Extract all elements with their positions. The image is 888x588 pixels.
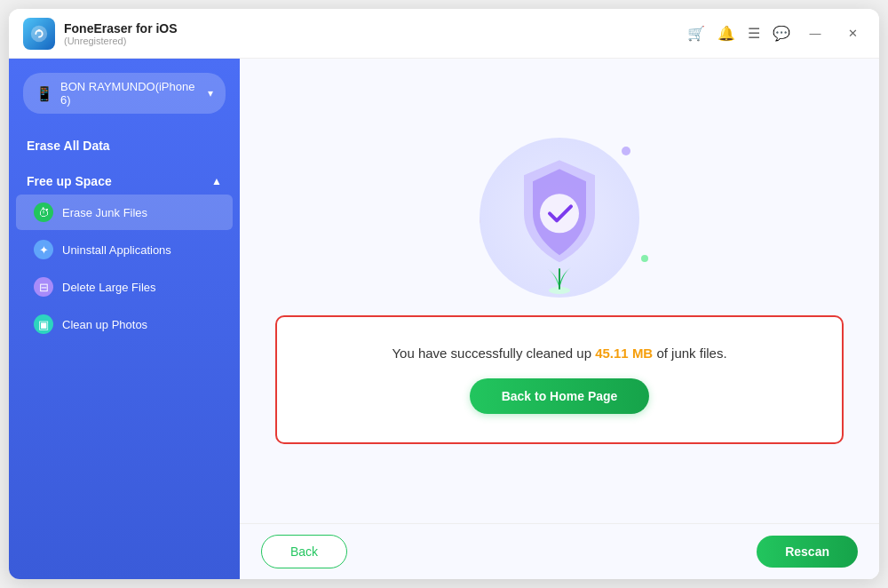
- titlebar-actions: 🛒 🔔 ☰ 💬 — ✕: [687, 21, 865, 46]
- collapse-icon[interactable]: ▲: [211, 175, 222, 187]
- minimize-button[interactable]: —: [803, 21, 828, 46]
- chevron-down-icon: ▾: [208, 87, 213, 99]
- app-icon: [23, 18, 55, 50]
- app-title-block: FoneEraser for iOS (Unregistered): [64, 21, 687, 46]
- bottom-bar: Back Rescan: [240, 523, 879, 579]
- device-name: BON RAYMUNDO(iPhone 6): [60, 80, 201, 107]
- sidebar-item-erase-junk-files[interactable]: ⏱ Erase Junk Files: [16, 195, 233, 230]
- main-window: FoneEraser for iOS (Unregistered) 🛒 🔔 ☰ …: [9, 9, 879, 579]
- cart-icon[interactable]: 🛒: [687, 25, 705, 42]
- result-amount: 45.11 MB: [595, 346, 653, 361]
- back-button[interactable]: Back: [261, 535, 347, 568]
- clean-photos-icon: ▣: [34, 314, 53, 334]
- svg-point-2: [540, 194, 579, 233]
- chat-icon[interactable]: 💬: [773, 25, 790, 42]
- bell-icon[interactable]: 🔔: [718, 25, 735, 42]
- device-selector[interactable]: 📱 BON RAYMUNDO(iPhone 6) ▾: [23, 73, 226, 114]
- svg-point-1: [38, 28, 41, 31]
- sidebar-item-label-uninstall: Uninstall Applications: [62, 243, 171, 257]
- app-title: FoneEraser for iOS: [64, 21, 687, 36]
- result-box: You have successfully cleaned up 45.11 M…: [275, 315, 844, 444]
- sidebar-item-label-clean-photos: Clean up Photos: [62, 318, 147, 331]
- phone-icon: 📱: [36, 85, 53, 102]
- sidebar-item-label-erase-junk: Erase Junk Files: [62, 206, 147, 219]
- sidebar-item-uninstall-apps[interactable]: ✦ Uninstall Applications: [16, 232, 233, 267]
- svg-point-0: [31, 25, 47, 41]
- titlebar: FoneEraser for iOS (Unregistered) 🛒 🔔 ☰ …: [9, 9, 879, 59]
- result-text-prefix: You have successfully cleaned up: [392, 346, 595, 361]
- rescan-button[interactable]: Rescan: [757, 536, 858, 568]
- sidebar-group-title-label: Free up Space: [27, 174, 112, 188]
- illustration: [462, 129, 657, 306]
- content-top: You have successfully cleaned up 45.11 M…: [240, 59, 879, 523]
- dot-2: [622, 147, 630, 155]
- plant-illustration: [537, 253, 582, 298]
- close-button[interactable]: ✕: [840, 21, 865, 46]
- app-subtitle: (Unregistered): [64, 36, 687, 46]
- menu-icon[interactable]: ☰: [748, 25, 760, 42]
- sidebar-group-free-up-space: Free up Space ▲: [9, 162, 240, 194]
- result-text-suffix: of junk files.: [653, 346, 726, 361]
- delete-large-icon: ⊟: [34, 277, 53, 297]
- sidebar-item-label-delete-large: Delete Large Files: [62, 281, 156, 294]
- sidebar-section-erase-all: Erase All Data: [9, 121, 240, 162]
- result-message: You have successfully cleaned up 45.11 M…: [392, 346, 726, 361]
- erase-junk-icon: ⏱: [34, 203, 53, 222]
- sidebar: 📱 BON RAYMUNDO(iPhone 6) ▾ Erase All Dat…: [9, 59, 240, 579]
- content-area: You have successfully cleaned up 45.11 M…: [240, 59, 879, 579]
- sidebar-item-clean-photos[interactable]: ▣ Clean up Photos: [16, 306, 233, 342]
- back-to-home-button[interactable]: Back to Home Page: [470, 378, 650, 414]
- dot-4: [641, 255, 648, 262]
- main-layout: 📱 BON RAYMUNDO(iPhone 6) ▾ Erase All Dat…: [9, 59, 879, 579]
- sidebar-item-delete-large-files[interactable]: ⊟ Delete Large Files: [16, 269, 233, 305]
- uninstall-icon: ✦: [34, 240, 53, 259]
